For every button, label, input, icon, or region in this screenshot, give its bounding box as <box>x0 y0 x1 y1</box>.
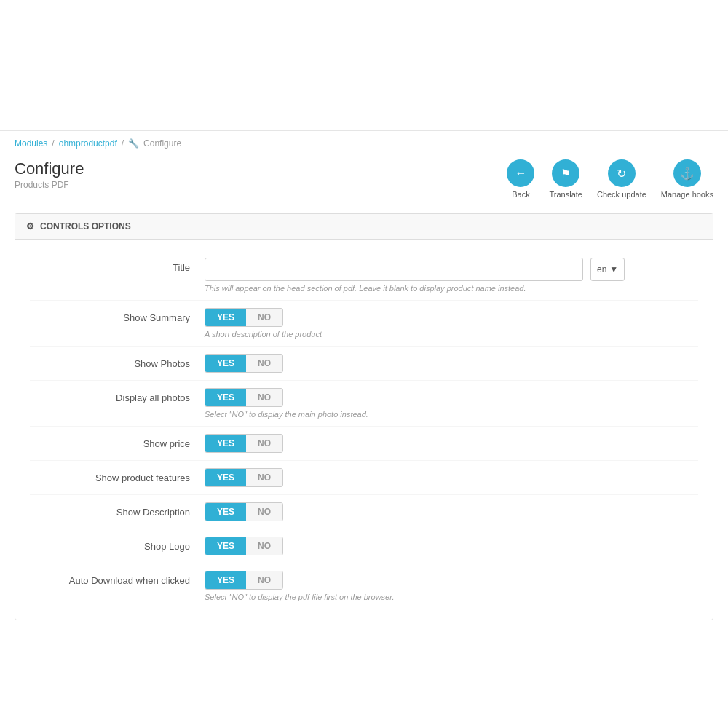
shop-logo-no-btn[interactable]: NO <box>246 537 282 555</box>
page-subtitle: Products PDF <box>15 180 84 190</box>
back-label: Back <box>512 190 529 199</box>
show-photos-label: Show Photos <box>30 354 205 369</box>
show-product-features-yes-btn[interactable]: YES <box>205 469 246 486</box>
show-photos-group: Show Photos YES NO <box>30 347 698 381</box>
back-button[interactable]: ← Back <box>507 159 534 199</box>
show-summary-group: Show Summary YES NO A short description … <box>30 301 698 347</box>
show-description-yes-btn[interactable]: YES <box>205 503 246 521</box>
show-summary-help: A short description of the product <box>205 330 698 339</box>
lang-value: en <box>597 264 606 274</box>
title-control-wrap: en ▼ This will appear on the head sectio… <box>205 258 698 293</box>
title-label: Title <box>30 258 205 273</box>
show-product-features-label: Show product features <box>30 468 205 483</box>
show-price-no-btn[interactable]: NO <box>246 435 282 452</box>
show-summary-control-wrap: YES NO A short description of the produc… <box>205 308 698 339</box>
check-update-icon: ↻ <box>608 159 636 187</box>
check-update-label: Check update <box>597 190 646 199</box>
show-description-group: Show Description YES NO <box>30 495 698 529</box>
shop-logo-control-wrap: YES NO <box>205 537 698 555</box>
shop-logo-group: Shop Logo YES NO <box>30 529 698 563</box>
check-update-button[interactable]: ↻ Check update <box>597 159 646 199</box>
panel-title: CONTROLS OPTIONS <box>40 221 131 232</box>
page-wrapper: Modules / ohmproductpdf / 🔧 Configure Co… <box>0 0 728 728</box>
show-price-group: Show price YES NO <box>30 427 698 461</box>
breadcrumb-sep2: / <box>122 138 124 149</box>
breadcrumb-ohmproductpdf[interactable]: ohmproductpdf <box>59 138 117 149</box>
auto-download-control-wrap: YES NO Select "NO" to display the pdf fi… <box>205 571 698 601</box>
auto-download-label: Auto Download when clicked <box>30 571 205 586</box>
show-summary-toggle: YES NO <box>205 308 283 327</box>
display-all-photos-control-wrap: YES NO Select "NO" to display the main p… <box>205 388 698 419</box>
back-icon: ← <box>507 159 534 187</box>
show-summary-yes-btn[interactable]: YES <box>205 309 246 326</box>
show-product-features-toggle: YES NO <box>205 468 283 487</box>
manage-hooks-icon: ⚓ <box>673 159 701 187</box>
auto-download-no-btn[interactable]: NO <box>246 571 282 589</box>
show-description-control-wrap: YES NO <box>205 502 698 521</box>
title-group: Title en ▼ This will appear on the head … <box>30 250 698 301</box>
breadcrumb-sep1: / <box>52 138 54 149</box>
show-product-features-control-wrap: YES NO <box>205 468 698 487</box>
show-summary-no-btn[interactable]: NO <box>246 309 282 326</box>
translate-icon: ⚑ <box>552 159 579 187</box>
show-price-toggle: YES NO <box>205 434 283 453</box>
title-help: This will appear on the head section of … <box>205 284 698 293</box>
breadcrumb-configure: Configure <box>143 138 181 149</box>
show-price-label: Show price <box>30 434 205 449</box>
show-price-yes-btn[interactable]: YES <box>205 435 246 452</box>
show-description-toggle: YES NO <box>205 502 283 521</box>
breadcrumb-configure-icon: 🔧 <box>128 138 139 149</box>
panel-body: Title en ▼ This will appear on the head … <box>15 240 713 620</box>
panel-heading: ⚙ CONTROLS OPTIONS <box>15 214 713 240</box>
title-input[interactable] <box>205 258 583 281</box>
controls-panel: ⚙ CONTROLS OPTIONS Title en ▼ <box>15 213 713 620</box>
show-summary-label: Show Summary <box>30 308 205 323</box>
display-all-photos-help: Select "NO" to display the main photo in… <box>205 410 698 419</box>
page-title-block: Configure Products PDF <box>15 159 84 190</box>
show-description-no-btn[interactable]: NO <box>246 503 282 521</box>
display-all-photos-yes-btn[interactable]: YES <box>205 389 246 406</box>
show-product-features-no-btn[interactable]: NO <box>246 469 282 486</box>
shop-logo-label: Shop Logo <box>30 537 205 552</box>
shop-logo-toggle: YES NO <box>205 537 283 555</box>
shop-logo-yes-btn[interactable]: YES <box>205 537 246 555</box>
auto-download-yes-btn[interactable]: YES <box>205 571 246 589</box>
translate-label: Translate <box>549 190 582 199</box>
display-all-photos-toggle: YES NO <box>205 388 283 407</box>
show-photos-no-btn[interactable]: NO <box>246 355 282 372</box>
show-product-features-group: Show product features YES NO <box>30 461 698 495</box>
manage-hooks-label: Manage hooks <box>661 190 713 199</box>
chevron-down-icon: ▼ <box>609 264 618 274</box>
display-all-photos-no-btn[interactable]: NO <box>246 389 282 406</box>
lang-selector[interactable]: en ▼ <box>590 258 625 281</box>
display-all-photos-group: Display all photos YES NO Select "NO" to… <box>30 381 698 427</box>
auto-download-help: Select "NO" to display the pdf file firs… <box>205 593 698 601</box>
breadcrumb-modules[interactable]: Modules <box>15 138 47 149</box>
page-title: Configure <box>15 159 84 178</box>
auto-download-group: Auto Download when clicked YES NO Select… <box>30 563 698 609</box>
gear-icon: ⚙ <box>26 221 34 232</box>
title-row: en ▼ <box>205 258 698 281</box>
main-content: ⚙ CONTROLS OPTIONS Title en ▼ <box>0 213 728 635</box>
breadcrumb: Modules / ohmproductpdf / 🔧 Configure <box>0 131 728 156</box>
show-photos-toggle: YES NO <box>205 354 283 373</box>
auto-download-toggle: YES NO <box>205 571 283 590</box>
show-photos-control-wrap: YES NO <box>205 354 698 373</box>
page-header: Configure Products PDF ← Back ⚑ Translat… <box>0 156 728 213</box>
translate-button[interactable]: ⚑ Translate <box>549 159 582 199</box>
manage-hooks-button[interactable]: ⚓ Manage hooks <box>661 159 713 199</box>
show-description-label: Show Description <box>30 502 205 518</box>
action-buttons: ← Back ⚑ Translate ↻ Check update ⚓ Mana… <box>507 159 713 199</box>
show-price-control-wrap: YES NO <box>205 434 698 453</box>
show-photos-yes-btn[interactable]: YES <box>205 355 246 372</box>
top-bar <box>0 0 728 131</box>
display-all-photos-label: Display all photos <box>30 388 205 403</box>
